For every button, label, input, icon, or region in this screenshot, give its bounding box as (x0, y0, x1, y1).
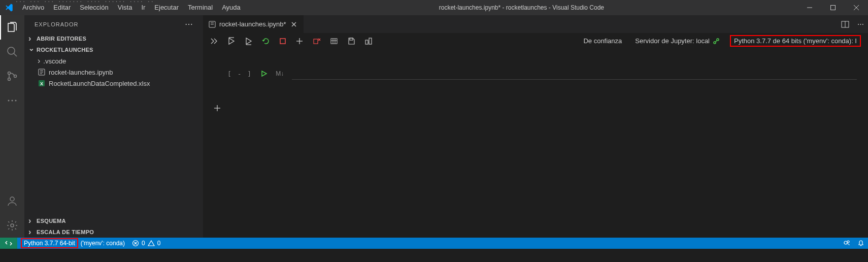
folder-label: ROCKETLAUNCHES (37, 47, 93, 53)
editor-area: rocket-launches.ipynb* ⋯ (203, 15, 868, 238)
run-all-icon[interactable] (210, 37, 218, 45)
menu-file[interactable]: Archivo (18, 0, 49, 15)
notifications-icon[interactable] (854, 238, 868, 249)
interrupt-kernel-icon[interactable] (279, 38, 286, 45)
cell-input[interactable] (292, 68, 857, 80)
connected-icon (713, 38, 720, 45)
folder-section[interactable]: ROCKETLAUNCHES (24, 44, 203, 55)
activity-settings[interactable] (0, 213, 24, 238)
notebook-toolbar: De confianza Servidor de Jupyter: local … (203, 33, 868, 49)
svg-point-43 (717, 39, 719, 41)
error-icon (132, 240, 139, 247)
svg-rect-35 (331, 39, 337, 44)
close-button[interactable] (845, 0, 868, 15)
tab-close-icon[interactable] (289, 20, 298, 29)
outline-label: ESQUEMA (37, 218, 66, 224)
tab-label: rocket-launches.ipynb* (219, 20, 286, 28)
svg-rect-39 (350, 38, 353, 40)
menu-bar: Archivo Editar Selección Vista Ir Ejecut… (18, 0, 245, 15)
jupyter-server-status[interactable]: Servidor de Jupyter: local (632, 37, 723, 45)
markdown-indicator: M↓ (276, 70, 284, 77)
editor-more-icon[interactable]: ⋯ (857, 20, 864, 28)
activity-search[interactable] (0, 40, 24, 64)
chevron-right-icon (28, 34, 37, 43)
minimize-button[interactable] (798, 0, 821, 15)
save-icon[interactable] (347, 37, 355, 45)
svg-point-10 (12, 100, 13, 102)
run-above-icon[interactable] (227, 37, 236, 45)
maximize-button[interactable] (821, 0, 845, 15)
svg-point-6 (8, 72, 11, 75)
notebook-cell[interactable]: [ - ] M↓ (207, 68, 864, 80)
excel-icon: X (38, 79, 46, 87)
tree-label: rocket-launches.ipynb (49, 69, 113, 76)
cell-execution-count: [ - ] (227, 70, 252, 78)
tree-file-notebook[interactable]: rocket-launches.ipynb (24, 67, 203, 78)
warning-icon (148, 240, 155, 247)
chevron-right-icon (28, 227, 37, 237)
outline-section[interactable]: ESQUEMA (24, 215, 203, 226)
export-icon[interactable] (364, 37, 373, 45)
feedback-icon[interactable] (840, 238, 854, 249)
open-editors-label: ABRIR EDITORES (37, 36, 86, 42)
svg-rect-41 (369, 38, 372, 44)
titlebar: Archivo Editar Selección Vista Ir Ejecut… (0, 0, 868, 15)
menu-selection[interactable]: Selección (75, 0, 113, 15)
timeline-section[interactable]: ESCALA DE TIEMPO (24, 226, 203, 238)
svg-point-12 (10, 197, 14, 201)
activity-explorer[interactable] (0, 15, 24, 40)
tree-folder-vscode[interactable]: .vscode (24, 55, 203, 67)
tree-file-xlsx[interactable]: X RocketLaunchDataCompleted.xlsx (24, 78, 203, 89)
menu-help[interactable]: Ayuda (217, 0, 245, 15)
activity-account[interactable] (0, 189, 24, 213)
svg-rect-29 (280, 39, 285, 44)
svg-line-5 (14, 53, 17, 56)
clear-output-icon[interactable] (313, 37, 321, 45)
python-interpreter-status[interactable]: Python 3.7.7 64-bit ('myenv': conda) (17, 238, 128, 249)
notebook-content: [ - ] M↓ (203, 49, 868, 238)
add-cell-below-icon[interactable] (211, 102, 223, 114)
menu-edit[interactable]: Editar (49, 0, 75, 15)
notebook-icon (208, 20, 216, 28)
svg-point-4 (8, 47, 15, 54)
split-editor-icon[interactable] (841, 20, 849, 28)
explorer-more-icon[interactable]: ⋯ (185, 19, 193, 29)
svg-text:X: X (40, 81, 43, 86)
open-editors-section[interactable]: ABRIR EDITORES (24, 33, 203, 44)
activity-more[interactable] (0, 88, 24, 113)
svg-point-7 (8, 78, 11, 81)
menu-view[interactable]: Vista (113, 0, 137, 15)
svg-rect-32 (314, 39, 318, 44)
window-controls (798, 0, 868, 15)
run-below-icon[interactable] (245, 37, 253, 45)
notebook-icon (38, 68, 46, 76)
timeline-label: ESCALA DE TIEMPO (37, 229, 94, 235)
trusted-status[interactable]: De confianza (580, 37, 625, 45)
tree-label: .vscode (43, 57, 66, 65)
svg-point-51 (847, 241, 849, 243)
menu-go[interactable]: Ir (137, 0, 150, 15)
add-cell-icon[interactable] (295, 37, 304, 45)
remote-button[interactable] (0, 238, 17, 249)
svg-rect-1 (831, 6, 836, 10)
run-cell-icon[interactable] (260, 70, 268, 77)
svg-line-44 (716, 40, 717, 42)
svg-point-13 (11, 224, 14, 227)
restart-kernel-icon[interactable] (262, 37, 270, 45)
menu-terminal[interactable]: Terminal (183, 0, 217, 15)
tree-label: RocketLaunchDataCompleted.xlsx (49, 80, 150, 87)
chevron-right-icon (28, 216, 37, 225)
activity-source-control[interactable] (0, 64, 24, 88)
svg-point-9 (8, 100, 10, 102)
kernel-status[interactable]: Python 3.7.7 de 64 bits ('myenv': conda)… (730, 35, 861, 47)
menu-run[interactable]: Ejecutar (150, 0, 183, 15)
chevron-right-icon (38, 56, 40, 66)
tab-notebook[interactable]: rocket-launches.ipynb* (203, 15, 304, 33)
problems-status[interactable]: 0 0 (128, 238, 164, 249)
svg-point-50 (844, 241, 847, 244)
chevron-down-icon (28, 46, 37, 54)
status-bar: Python 3.7.7 64-bit ('myenv': conda) 0 0 (0, 238, 868, 249)
explorer-title: EXPLORADOR (35, 21, 78, 27)
svg-point-11 (15, 100, 17, 102)
variables-icon[interactable] (330, 37, 338, 45)
